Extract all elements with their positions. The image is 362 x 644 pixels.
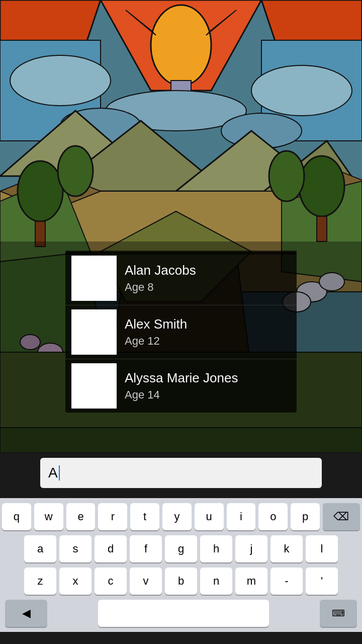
key-g[interactable]: g	[165, 535, 197, 562]
keyboard-row-3: z x c v b n m - '	[2, 568, 360, 595]
key-d[interactable]: d	[95, 535, 127, 562]
key-i[interactable]: i	[227, 503, 256, 530]
person-list: Alan Jacobs Age 8 Alex Smith Age 12 Alys…	[65, 252, 297, 413]
avatar	[71, 363, 117, 409]
svg-point-27	[58, 146, 93, 196]
key-k[interactable]: k	[270, 535, 303, 562]
svg-rect-29	[317, 216, 327, 242]
avatar	[71, 256, 117, 301]
avatar	[71, 309, 117, 355]
key-z[interactable]: z	[24, 568, 56, 595]
shift-key[interactable]: ◀	[5, 600, 47, 627]
item-text: Alex Smith Age 12	[125, 316, 187, 347]
keyboard[interactable]: q w e r t y u i o p ⌫ a s d f g h j k l …	[0, 498, 362, 632]
key-hyphen[interactable]: -	[270, 568, 303, 595]
key-a[interactable]: a	[24, 535, 56, 562]
key-f[interactable]: f	[130, 535, 162, 562]
item-age: Age 8	[125, 281, 196, 294]
shift-icon: ◀	[22, 607, 31, 620]
key-w[interactable]: w	[34, 503, 63, 530]
key-r[interactable]: r	[98, 503, 127, 530]
key-q[interactable]: q	[2, 503, 31, 530]
spacebar-key[interactable]	[98, 600, 269, 627]
keyboard-row-2: a s d f g h j k l	[2, 535, 360, 562]
svg-point-30	[269, 151, 304, 201]
backspace-key[interactable]: ⌫	[323, 503, 360, 530]
key-u[interactable]: u	[195, 503, 224, 530]
key-e[interactable]: e	[66, 503, 96, 530]
item-text: Alyssa Marie Jones Age 14	[125, 370, 238, 401]
keyboard-row-4: ◀ ⌨	[2, 600, 360, 627]
item-text: Alan Jacobs Age 8	[125, 263, 196, 293]
key-m[interactable]: m	[235, 568, 267, 595]
keyboard-row-1: q w e r t y u i o p ⌫	[2, 503, 360, 530]
key-l[interactable]: l	[306, 535, 338, 562]
key-t[interactable]: t	[130, 503, 159, 530]
list-item[interactable]: Alan Jacobs Age 8	[65, 252, 297, 305]
list-item[interactable]: Alex Smith Age 12	[65, 305, 297, 359]
search-input[interactable]: A	[48, 465, 58, 481]
item-age: Age 12	[125, 335, 187, 348]
svg-point-4	[151, 5, 211, 86]
key-c[interactable]: c	[95, 568, 127, 595]
key-o[interactable]: o	[258, 503, 288, 530]
key-h[interactable]: h	[200, 535, 232, 562]
keyboard-hide-icon: ⌨	[332, 608, 345, 619]
item-name: Alan Jacobs	[125, 263, 196, 278]
key-v[interactable]: v	[130, 568, 162, 595]
key-j[interactable]: j	[235, 535, 267, 562]
key-b[interactable]: b	[165, 568, 197, 595]
list-item[interactable]: Alyssa Marie Jones Age 14	[65, 359, 297, 413]
key-y[interactable]: y	[162, 503, 192, 530]
svg-point-28	[299, 156, 344, 216]
svg-point-10	[10, 55, 111, 106]
item-age: Age 14	[125, 388, 238, 401]
item-name: Alyssa Marie Jones	[125, 370, 238, 386]
backspace-icon: ⌫	[333, 510, 349, 523]
key-x[interactable]: x	[59, 568, 92, 595]
key-apostrophe[interactable]: '	[306, 568, 338, 595]
item-name: Alex Smith	[125, 316, 187, 332]
keyboard-hide-key[interactable]: ⌨	[320, 600, 357, 627]
search-bar[interactable]: A	[40, 458, 322, 488]
key-p[interactable]: p	[291, 503, 320, 530]
key-s[interactable]: s	[59, 535, 92, 562]
svg-point-11	[251, 65, 352, 116]
text-cursor	[59, 465, 60, 480]
key-n[interactable]: n	[200, 568, 232, 595]
svg-point-25	[18, 161, 63, 221]
